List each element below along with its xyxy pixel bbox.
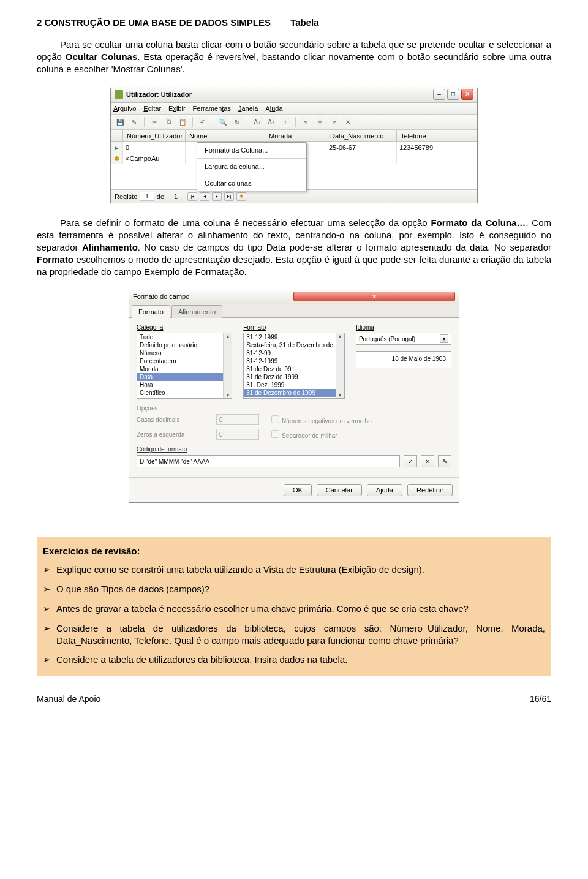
redefinir-button[interactable]: Redefinir bbox=[407, 484, 453, 496]
list-item[interactable]: 31 de Dez de 99 bbox=[244, 365, 336, 373]
cancel-icon[interactable]: ✕ bbox=[421, 455, 434, 467]
list-item[interactable]: Hora bbox=[137, 381, 223, 389]
prev-record-button[interactable]: ◂ bbox=[200, 192, 209, 201]
close-button[interactable]: ✕ bbox=[293, 292, 455, 301]
paragraph-1: Para se ocultar uma coluna basta clicar … bbox=[37, 39, 551, 75]
record-navigator: Registo 1 de 1 |◂ ◂ ▸ ▸| ✱ bbox=[111, 190, 477, 203]
paste-icon[interactable]: 📋 bbox=[177, 116, 188, 127]
save-icon[interactable]: 💾 bbox=[115, 116, 126, 127]
refresh-icon[interactable]: ↻ bbox=[232, 116, 243, 127]
undo-icon[interactable]: ↶ bbox=[197, 116, 208, 127]
casas-field: 0 bbox=[216, 414, 259, 425]
status-label: Registo bbox=[115, 193, 137, 200]
list-item[interactable]: Definido pelo usuário bbox=[137, 341, 223, 349]
row-header[interactable] bbox=[111, 130, 123, 141]
ajuda-button[interactable]: Ajuda bbox=[367, 484, 402, 496]
next-record-button[interactable]: ▸ bbox=[212, 192, 222, 201]
sort-asc-icon[interactable]: A↓ bbox=[252, 116, 263, 127]
checkbox bbox=[271, 415, 279, 423]
menu-exibir[interactable]: Exibir bbox=[168, 105, 186, 112]
filter-icon[interactable]: ▿ bbox=[328, 116, 339, 127]
column-header-tel[interactable]: Telefone bbox=[397, 130, 477, 141]
list-item[interactable]: Número bbox=[137, 349, 223, 357]
copy-icon[interactable]: ⧉ bbox=[163, 116, 174, 127]
ctx-ocultar-colunas[interactable]: Ocultar colunas bbox=[197, 177, 306, 189]
toolbar-separator bbox=[213, 117, 213, 127]
formato-listbox[interactable]: 31-12-1999 Sexta-feira, 31 de Dezembro d… bbox=[243, 333, 345, 399]
ctx-largura-coluna[interactable]: Largura da coluna... bbox=[197, 160, 306, 173]
cell[interactable]: 123456789 bbox=[397, 142, 477, 153]
menu-editar[interactable]: Editar bbox=[143, 105, 161, 112]
dialog-tabs: Formato Alinhamento bbox=[129, 304, 459, 318]
context-menu: Formato da Coluna... Largura da coluna..… bbox=[197, 142, 307, 191]
scrollbar[interactable]: ▴▾ bbox=[223, 333, 232, 398]
last-record-button[interactable]: ▸| bbox=[224, 192, 234, 201]
tab-formato[interactable]: Formato bbox=[132, 305, 170, 318]
tab-alinhamento[interactable]: Alinhamento bbox=[172, 305, 222, 318]
sort-icon[interactable]: ↕ bbox=[280, 116, 291, 127]
sort-desc-icon[interactable]: A↑ bbox=[266, 116, 277, 127]
cell[interactable] bbox=[397, 153, 477, 164]
bullet-icon: ➢ bbox=[43, 583, 56, 595]
chapter-title: 2 CONSTRUÇÃO DE UMA BASE DE DADOS SIMPLE… bbox=[37, 17, 271, 28]
list-item[interactable]: Data bbox=[137, 373, 223, 381]
column-header-num[interactable]: Número_Utilizador bbox=[123, 130, 186, 141]
cell[interactable] bbox=[326, 153, 397, 164]
column-header-morada[interactable]: Morada bbox=[265, 130, 326, 141]
cell[interactable]: 25-06-67 bbox=[326, 142, 397, 153]
bullet-icon: ➢ bbox=[43, 603, 56, 615]
list-item[interactable]: 31. Dez. 1999 bbox=[244, 381, 336, 389]
list-item[interactable]: Científico bbox=[137, 389, 223, 397]
list-item[interactable]: Tudo bbox=[137, 333, 223, 341]
option-row: Zeros à esquerda 0 Separador de milhar bbox=[137, 429, 451, 440]
exercise-item: ➢O que são Tipos de dados (campos)? bbox=[43, 583, 545, 595]
list-item[interactable]: 31. Dezembro 1999 bbox=[244, 397, 336, 399]
check-icon[interactable]: ✓ bbox=[404, 455, 417, 467]
status-of: de bbox=[157, 193, 164, 200]
maximize-button[interactable]: □ bbox=[447, 89, 459, 100]
filter-icon[interactable]: ▿ bbox=[314, 116, 325, 127]
idioma-dropdown[interactable]: Português (Portugal) ▾ bbox=[356, 333, 451, 345]
close-button[interactable]: ✕ bbox=[461, 89, 473, 100]
cell[interactable]: <CampoAu bbox=[123, 153, 186, 164]
checkbox-neg: Números negativos em vermelho bbox=[271, 415, 372, 424]
page-header: 2 CONSTRUÇÃO DE UMA BASE DE DADOS SIMPLE… bbox=[37, 17, 551, 28]
cut-icon[interactable]: ✂ bbox=[149, 116, 160, 127]
list-item[interactable]: 31-12-1999 bbox=[244, 357, 336, 365]
list-item[interactable]: Porcentagem bbox=[137, 357, 223, 365]
minimize-button[interactable]: – bbox=[433, 89, 445, 100]
scrollbar[interactable]: ▴▾ bbox=[336, 333, 344, 398]
new-record-button[interactable]: ✱ bbox=[236, 192, 246, 201]
list-item[interactable]: 31-12-1999 bbox=[244, 333, 336, 341]
checkbox bbox=[271, 430, 279, 438]
filter-icon[interactable]: ▿ bbox=[300, 116, 311, 127]
current-record-field[interactable]: 1 bbox=[140, 192, 154, 201]
column-header-data[interactable]: Data_Nascimento bbox=[326, 130, 397, 141]
codigo-formato-field[interactable]: D "de" MMMM "de" AAAA bbox=[137, 455, 400, 467]
cancelar-button[interactable]: Cancelar bbox=[317, 484, 362, 496]
edit-icon[interactable]: ✎ bbox=[129, 116, 140, 127]
find-icon[interactable]: 🔍 bbox=[217, 116, 228, 127]
page-footer: Manual de Apoio 16/61 bbox=[37, 694, 551, 704]
exercise-item: ➢Considere a tabela de utilizadores da b… bbox=[43, 654, 545, 666]
menu-arquivo[interactable]: AArquivorquivo bbox=[113, 105, 136, 112]
cell[interactable]: 0 bbox=[123, 142, 186, 153]
column-header-nome[interactable]: Nome bbox=[186, 130, 265, 141]
chevron-down-icon[interactable]: ▾ bbox=[440, 334, 448, 343]
ok-button[interactable]: OK bbox=[284, 484, 312, 496]
menu-janela[interactable]: Janela bbox=[238, 105, 258, 112]
ctx-formato-coluna[interactable]: Formato da Coluna... bbox=[197, 144, 306, 156]
categoria-listbox[interactable]: Tudo Definido pelo usuário Número Porcen… bbox=[137, 333, 232, 399]
list-item[interactable]: Sexta-feira, 31 de Dezembro de bbox=[244, 341, 336, 349]
dialog-titlebar: Formato do campo ✕ bbox=[129, 289, 459, 304]
remove-filter-icon[interactable]: ✕ bbox=[342, 116, 353, 127]
list-item[interactable]: 31-12-99 bbox=[244, 349, 336, 357]
option-row: Casas decimais 0 Números negativos em ve… bbox=[137, 414, 451, 425]
menu-ferramentas[interactable]: Ferramentas bbox=[193, 105, 231, 112]
menu-ajuda[interactable]: Ajuda bbox=[265, 105, 282, 112]
list-item[interactable]: 31 de Dezembro de 1999 bbox=[244, 389, 336, 397]
list-item[interactable]: 31 de Dez de 1999 bbox=[244, 373, 336, 381]
list-item[interactable]: Moeda bbox=[137, 365, 223, 373]
edit-icon[interactable]: ✎ bbox=[438, 455, 451, 467]
first-record-button[interactable]: |◂ bbox=[187, 192, 197, 201]
